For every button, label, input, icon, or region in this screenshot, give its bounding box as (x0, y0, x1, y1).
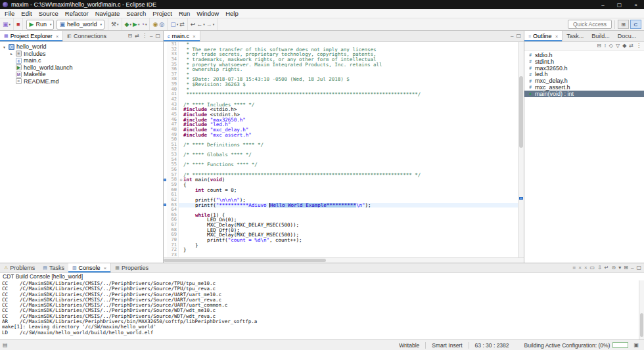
code-area[interactable]: 31 *32 * The mere transfer of this softw… (164, 42, 524, 257)
code-line-43[interactable]: 43/* **** Includes **** */ (164, 102, 524, 108)
outline-item-mxc-delay-h[interactable]: #mxc_delay.h (524, 77, 644, 84)
pin-console-button[interactable]: ⊙ (612, 265, 616, 271)
code-line-57[interactable]: 57/* ***********************************… (164, 173, 524, 178)
menu-help[interactable]: Help (222, 10, 242, 17)
console-output[interactable]: CC /C/MaximSDK/Libraries/CMSIS/../Periph… (0, 280, 644, 339)
menu-project[interactable]: Project (149, 10, 175, 17)
maximize-view-button[interactable]: ▢ (636, 265, 641, 271)
menu-source[interactable]: Source (35, 10, 62, 17)
code-line-41[interactable]: 41 *************************************… (164, 92, 524, 97)
code-line-60[interactable]: 60 int count = 0; (164, 188, 524, 193)
close-icon[interactable]: × (193, 33, 196, 39)
code-line-56[interactable]: 56 (164, 167, 524, 173)
tab-outline[interactable]: ≡Outline× (524, 31, 563, 41)
tab-docu[interactable]: Docu... (614, 31, 641, 41)
close-window-button[interactable]: × (628, 0, 644, 9)
code-line-69[interactable]: 69 MXC_Delay(MXC_DELAY_MSEC(500)); (164, 232, 524, 238)
c-cpp-perspective-button[interactable]: C (630, 20, 641, 29)
open-perspective-button[interactable]: ⊞ (618, 20, 629, 29)
menu-navigate[interactable]: Navigate (92, 10, 124, 17)
scrollbar-thumb[interactable] (640, 313, 643, 337)
editor-horizontal-scrollbar[interactable] (164, 257, 524, 263)
forward-button[interactable]: →▾ (206, 21, 216, 28)
tree-item-hello-world[interactable]: ▾Chello_world (0, 43, 163, 51)
code-line-40[interactable]: 40 * (164, 87, 524, 93)
fold-collapse-icon[interactable]: ⊖ (178, 177, 183, 183)
run-mode-combo[interactable]: ▶Run▾ (26, 20, 54, 30)
scrollbar-thumb[interactable] (164, 259, 326, 262)
code-line-51[interactable]: 51/* **** Definitions **** */ (164, 142, 524, 148)
code-line-45[interactable]: 45#include <stdint.h> (164, 112, 524, 118)
menu-refactor[interactable]: Refactor (62, 10, 92, 17)
code-line-35[interactable]: 35 * property whatsoever. Maxim Integrat… (164, 62, 524, 68)
code-line-33[interactable]: 33 * of trade secrets, proprietary techn… (164, 52, 524, 57)
code-line-34[interactable]: 34 * trademarks, maskwork rights, or any… (164, 57, 524, 62)
code-line-68[interactable]: 68 LED_Off(0); (164, 228, 524, 233)
collapse-all-button[interactable]: ⊟ (597, 43, 601, 49)
new-wizard-button[interactable]: ▣▾ (2, 21, 11, 28)
close-icon[interactable]: × (555, 33, 559, 39)
tab-properties[interactable]: ▦Properties (111, 263, 152, 273)
code-line-46[interactable]: 46#include "max32650.h" (164, 118, 524, 123)
debug-button[interactable]: ◆▾ (124, 21, 132, 28)
clear-console-button[interactable]: ▭ (590, 265, 595, 271)
tab-console[interactable]: ▥Console× (68, 263, 111, 273)
terminate-button[interactable]: ■ (16, 21, 20, 28)
tree-item-main-c[interactable]: cmain.c (0, 57, 163, 64)
outline-item-max32650-h[interactable]: #max32650.h (524, 65, 644, 72)
code-line-66[interactable]: 66 LED_On(0); (164, 217, 524, 223)
display-selected-console-button[interactable]: ▾ (618, 265, 621, 271)
code-line-36[interactable]: 36 * ownership rights. (164, 67, 524, 72)
minimize-view-button[interactable]: – (150, 33, 152, 39)
hide-non-public-members-button[interactable]: ◆ (622, 43, 626, 49)
code-line-49[interactable]: 49#include "mxc_assert.h" (164, 133, 524, 138)
code-line-72[interactable]: 72} (164, 248, 524, 253)
code-line-58[interactable]: 58⊖int main(void) (164, 177, 524, 183)
sort-button[interactable]: ↕ (604, 43, 607, 49)
close-icon[interactable]: × (56, 33, 59, 39)
code-line-38[interactable]: 38 * $Date: 2018-07-18 15:43:10 -0500 (W… (164, 77, 524, 82)
tree-item-includes[interactable]: ▸≡Includes (0, 51, 163, 58)
remove-launch-button[interactable]: × (578, 265, 582, 271)
outline-item-stdint-h[interactable]: #stdint.h (524, 58, 644, 65)
launch-config-combo[interactable]: ▣hello_world▾ (57, 20, 104, 30)
code-line-31[interactable]: 31 * (164, 42, 524, 47)
scroll-lock-button[interactable]: ⇩ (597, 265, 602, 271)
code-line-61[interactable]: 61 (164, 192, 524, 198)
new-file-button[interactable]: ▢▾ (170, 21, 179, 28)
view-menu-button[interactable]: ⋮ (142, 33, 147, 39)
run-button[interactable]: ▶▾ (132, 21, 140, 28)
code-line-55[interactable]: 55/* **** Functions **** */ (164, 162, 524, 167)
menu-run[interactable]: Run (175, 10, 193, 17)
code-line-39[interactable]: 39 * $Revision: 36263 $ (164, 82, 524, 87)
view-menu-button[interactable]: ⋮ (636, 43, 641, 49)
close-icon[interactable]: × (104, 265, 107, 271)
collapse-all-button[interactable]: ⊟ (128, 33, 133, 39)
code-line-67[interactable]: 67 MXC_Delay(MXC_DELAY_MSEC(500)); (164, 223, 524, 228)
code-line-44[interactable]: 44#include <stdio.h> (164, 107, 524, 112)
outline-item-led-h[interactable]: #led.h (524, 71, 644, 77)
profile-button[interactable]: ◔▾ (140, 21, 147, 28)
open-console-button[interactable]: ⊞ (624, 265, 628, 271)
code-line-71[interactable]: 71 } (164, 243, 524, 248)
open-element-button[interactable]: ◎ (158, 21, 165, 28)
code-line-59[interactable]: 59{ (164, 183, 524, 188)
tab-build[interactable]: Build... (587, 31, 614, 41)
build-button[interactable]: ⚒▾ (110, 21, 120, 28)
code-line-32[interactable]: 32 * The mere transfer of this software … (164, 47, 524, 53)
menu-window[interactable]: Window (193, 10, 222, 17)
minimize-view-button[interactable]: – (631, 265, 633, 271)
terminate-button[interactable]: ■ (572, 265, 576, 271)
tab-tasks[interactable]: ▤Tasks (39, 263, 68, 273)
search-button[interactable]: ◉ (152, 21, 158, 28)
code-line-54[interactable]: 54 (164, 158, 524, 163)
link-with-editor-button[interactable]: ⇄ (629, 43, 633, 49)
code-line-42[interactable]: 42 (164, 97, 524, 102)
outline-item-main-void-int[interactable]: ●main(void) : int (524, 91, 644, 97)
tab-project-explorer[interactable]: ▦Project Explorer× (0, 31, 63, 41)
menu-file[interactable]: File (1, 10, 18, 17)
tab-connections[interactable]: ◧Connections (63, 31, 110, 41)
hide-static-members-button[interactable]: ▽ (616, 43, 620, 49)
code-line-63[interactable]: 63 printf("**********Adiuvo Hello World … (164, 203, 524, 208)
menu-search[interactable]: Search (123, 10, 149, 17)
